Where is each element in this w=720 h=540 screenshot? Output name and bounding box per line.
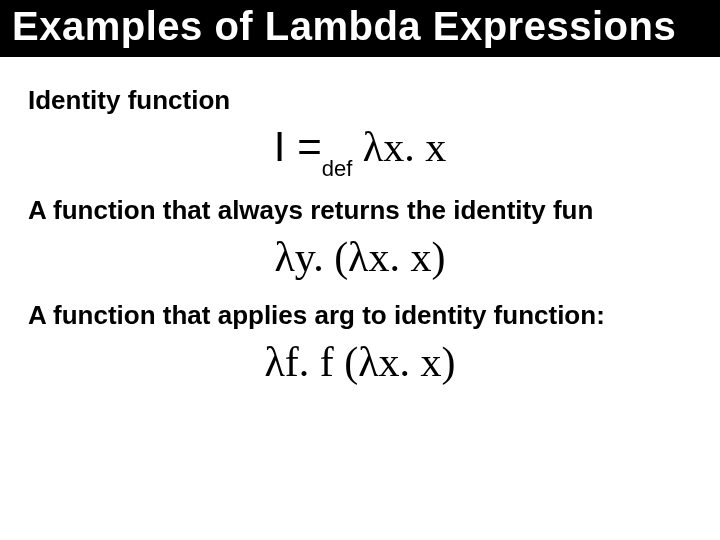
slide-body: Identity function I =def λx. x A functio… (0, 57, 720, 388)
section-desc: A function that applies arg to identity … (28, 300, 692, 331)
section-expression: λy. (λx. x) (28, 232, 692, 282)
section-expression: λf. f (λx. x) (28, 337, 692, 387)
expr-main: λx. x (352, 124, 446, 170)
slide-title: Examples of Lambda Expressions (0, 0, 720, 57)
expr-main: λy. (λx. x) (275, 234, 446, 280)
slide: Examples of Lambda Expressions Identity … (0, 0, 720, 540)
section-desc: A function that always returns the ident… (28, 195, 692, 226)
expr-subscript: def (322, 156, 353, 181)
expr-prefix: I = (274, 123, 322, 170)
expr-main: λf. f (λx. x) (264, 339, 455, 385)
section-desc: Identity function (28, 85, 692, 116)
section-expression: I =def λx. x (28, 122, 692, 177)
